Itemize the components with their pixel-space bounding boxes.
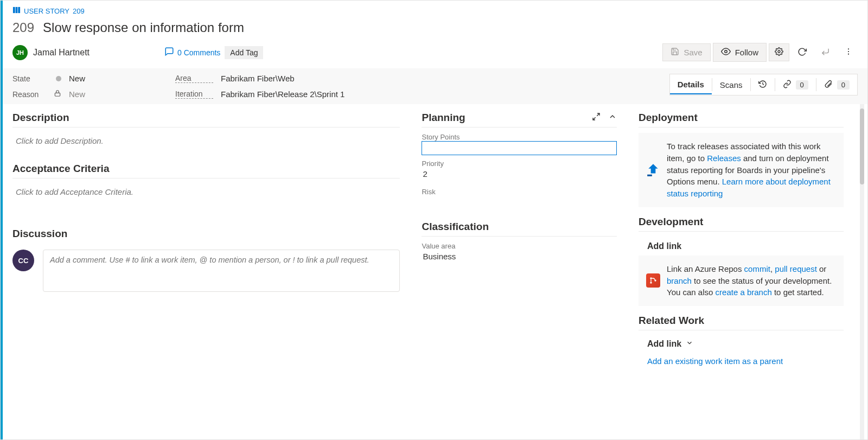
assignee-field[interactable]: JH Jamal Hartnett [12,45,154,60]
tab-strip: Details Scans 0 0 [669,74,858,95]
tab-history[interactable] [751,75,775,94]
description-field[interactable]: Click to add Description. [12,133,400,149]
user-story-icon [12,6,21,16]
svg-point-12 [650,278,652,279]
deployment-card: To track releases associated with this w… [639,133,844,207]
deploy-icon [646,163,660,177]
expand-icon[interactable] [592,112,601,124]
attachments-count: 0 [837,80,850,90]
links-count: 0 [796,80,808,90]
classification-heading: Classification [422,221,617,233]
acceptance-heading: Acceptance Criteria [12,163,400,175]
area-label: Area [175,74,213,83]
releases-link[interactable]: Releases [707,154,741,163]
svg-point-4 [778,50,780,53]
avatar: JH [12,45,28,60]
svg-point-14 [654,280,656,282]
link-icon [783,80,792,90]
eye-icon [721,47,731,58]
refresh-icon [797,47,807,58]
dev-text-c: to get started. [774,288,824,297]
chevron-down-icon [686,339,693,349]
comments-link[interactable]: 0 Comments [164,47,220,58]
save-button: Save [662,43,710,61]
tab-details[interactable]: Details [670,75,712,94]
breadcrumb-id: 209 [73,7,85,15]
story-points-input[interactable] [422,141,617,155]
save-label: Save [684,48,702,57]
svg-point-13 [650,282,652,284]
priority-label: Priority [422,160,617,168]
development-heading: Development [639,216,844,228]
svg-rect-2 [18,7,20,13]
discussion-input[interactable]: Add a comment. Use # to link a work item… [43,250,400,292]
breadcrumb-type: USER STORY [24,7,69,15]
comment-icon [164,47,174,58]
deployment-heading: Deployment [639,112,844,124]
related-heading: Related Work [639,315,844,327]
scrollbar-thumb[interactable] [860,109,864,184]
svg-rect-0 [13,7,15,13]
reason-label: Reason [12,90,46,99]
state-label: State [12,74,46,83]
refresh-button[interactable] [792,43,813,62]
history-icon [758,80,767,90]
reason-value[interactable]: New [69,90,85,99]
value-area-value[interactable]: Business [422,250,617,263]
create-branch-link[interactable]: create a branch [716,288,772,297]
svg-rect-11 [647,175,652,176]
tab-attachments[interactable]: 0 [816,75,857,94]
follow-label: Follow [735,48,758,57]
work-item-id: 209 [12,20,34,35]
sep: or [817,264,827,273]
iteration-value[interactable]: Fabrikam Fiber\Release 2\Sprint 1 [221,90,344,99]
pr-link[interactable]: pull request [775,264,817,273]
add-parent-link[interactable]: Add an existing work item as a parent [639,352,844,370]
follow-button[interactable]: Follow [713,43,767,62]
work-item-title[interactable]: Slow response on information form [43,20,244,35]
collapse-icon[interactable] [608,112,617,124]
priority-value[interactable]: 2 [422,168,617,180]
svg-point-7 [848,54,849,55]
svg-line-10 [593,117,596,120]
related-addlink[interactable]: Add link [639,336,844,352]
more-vertical-icon [844,47,853,58]
scrollbar[interactable] [860,104,864,439]
svg-point-6 [848,51,849,52]
svg-point-3 [724,50,727,53]
area-value[interactable]: Fabrikam Fiber\Web [221,74,295,83]
undo-icon [821,47,830,58]
lock-icon [54,90,61,99]
svg-rect-1 [16,7,18,13]
development-card: Link an Azure Repos commit, pull request… [639,256,844,306]
risk-label: Risk [422,188,617,196]
dev-text-a: Link an Azure Repos [667,264,744,273]
undo-button[interactable] [815,43,836,62]
settings-button[interactable] [769,43,789,61]
branch-link[interactable]: branch [667,276,692,285]
discussion-heading: Discussion [12,228,400,240]
iteration-label: Iteration [175,90,213,99]
state-value[interactable]: New [69,74,85,83]
tab-links[interactable]: 0 [775,75,816,94]
breadcrumb[interactable]: USER STORY 209 [12,6,867,16]
tab-scans[interactable]: Scans [712,76,750,94]
related-addlink-label: Add link [647,339,681,349]
development-addlink[interactable]: Add link [639,237,844,256]
value-area-label: Value area [422,242,617,250]
commit-link[interactable]: commit [744,264,770,273]
add-tag-button[interactable]: Add Tag [225,46,263,59]
description-heading: Description [12,112,400,124]
acceptance-field[interactable]: Click to add Acceptance Criteria. [12,184,400,200]
discussion-avatar: CC [12,250,34,271]
comments-count: 0 Comments [177,48,220,57]
story-points-label: Story Points [422,133,617,141]
svg-point-5 [848,48,849,49]
assignee-name: Jamal Hartnett [33,48,90,58]
attachment-icon [824,80,833,90]
svg-rect-8 [55,93,60,96]
git-icon [646,273,660,288]
more-actions-button[interactable] [838,43,859,61]
svg-line-9 [597,113,599,116]
state-dot-icon [56,76,61,81]
